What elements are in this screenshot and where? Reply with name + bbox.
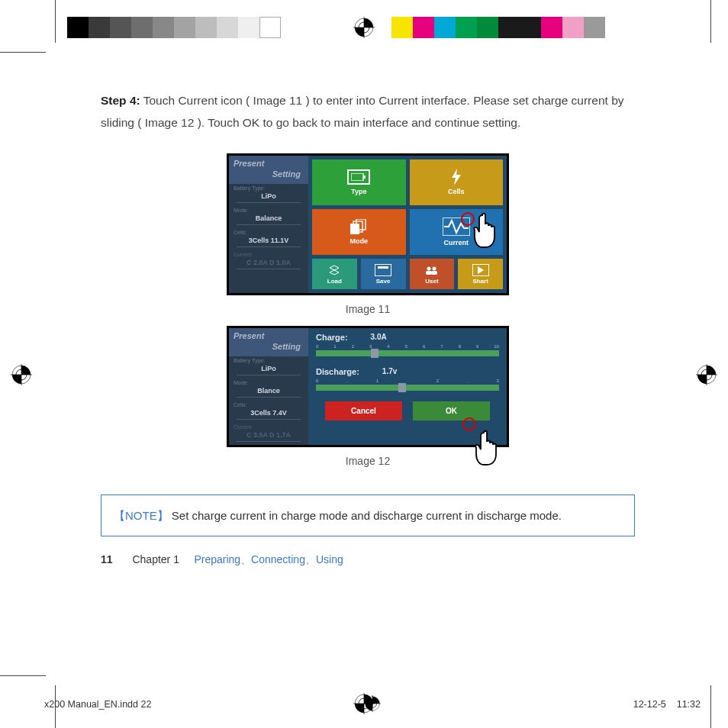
play-icon (472, 264, 489, 276)
touch-hand-icon (469, 211, 502, 250)
shart-tile[interactable]: Shart (458, 259, 503, 289)
chapter-line: 11 Chapter 1 Preparing、Connecting、Using (101, 553, 635, 567)
registration-mark-icon (364, 695, 381, 714)
discharge-slider[interactable] (316, 385, 499, 391)
note-box: 【NOTE】 Set charge current in charge mode… (101, 494, 635, 537)
figure-caption: Image 11 (346, 303, 390, 315)
note-tag: 【NOTE】 (114, 509, 169, 522)
charge-slider-thumb[interactable] (371, 349, 378, 358)
discharge-slider-thumb[interactable] (398, 383, 406, 392)
load-tile[interactable]: Load (312, 259, 357, 289)
footer-file: x200 Manual_EN.indd 22 (44, 699, 151, 710)
svg-rect-10 (350, 224, 359, 234)
crop-mark (0, 675, 46, 676)
press-color-bar-left (67, 17, 281, 38)
users-icon (424, 264, 440, 276)
step-text: Step 4: Touch Current icon ( Image 11 ) … (101, 90, 635, 134)
discharge-scale: 0.1.2.3 (316, 378, 499, 383)
registration-mark-icon (353, 17, 375, 38)
svg-rect-14 (378, 266, 388, 269)
charge-scale: 012345678910 (316, 344, 499, 349)
registration-mark-icon (696, 364, 717, 385)
charge-slider[interactable] (316, 350, 499, 356)
registration-mark-icon (11, 364, 32, 385)
svg-point-15 (427, 266, 430, 270)
mode-tile[interactable]: Mode (312, 209, 406, 255)
charge-label: Charge: (316, 333, 348, 342)
stack-icon (347, 219, 370, 234)
cells-tile[interactable]: Cells (410, 159, 504, 205)
discharge-value: 1.7v (382, 367, 397, 376)
touch-hand-icon (470, 428, 504, 468)
press-color-bar-right (391, 17, 605, 38)
uset-tile[interactable]: Uset (410, 259, 455, 289)
crop-mark (710, 685, 711, 728)
ui-screenshot-image12: PresentSetting Battery Type:LiPo Mode:Bl… (227, 326, 509, 446)
bolt-icon (445, 169, 468, 185)
cycle-icon (326, 264, 343, 276)
charge-value: 3.0A (371, 333, 387, 342)
svg-rect-17 (426, 271, 432, 275)
crop-mark (0, 52, 46, 53)
crop-mark (710, 0, 711, 43)
battery-icon (347, 169, 370, 185)
svg-rect-8 (351, 173, 363, 181)
ok-button[interactable]: OK (413, 401, 490, 420)
window-icon (375, 264, 391, 276)
settings-sidebar: PresentSetting Battery Type:LiPo Mode:Bl… (229, 328, 308, 444)
figure-caption: Image 12 (346, 455, 390, 467)
svg-rect-18 (431, 271, 437, 275)
save-tile[interactable]: Save (361, 259, 406, 289)
discharge-label: Discharge: (316, 367, 359, 376)
print-footer: x200 Manual_EN.indd 22 12-12-5 11:32 (44, 699, 701, 710)
svg-point-16 (432, 266, 436, 270)
crop-mark (55, 0, 56, 43)
settings-sidebar: PresentSetting Battery Type:LiPo Mode:Ba… (229, 156, 308, 293)
ui-screenshot-image11: PresentSetting Battery Type:LiPo Mode:Ba… (227, 153, 509, 295)
svg-rect-9 (363, 176, 366, 179)
type-tile[interactable]: Type (312, 159, 406, 205)
cancel-button[interactable]: Cancel (325, 401, 402, 420)
